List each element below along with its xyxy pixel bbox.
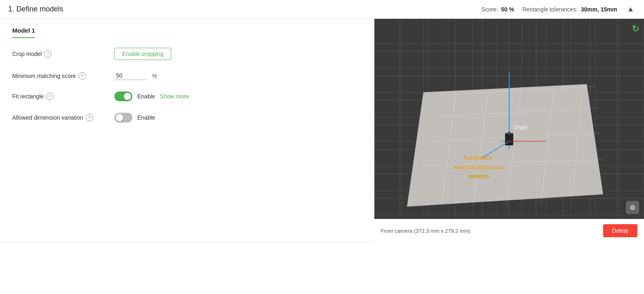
left-panel: Model 1 Crop model ? Enable cropping Min… [0,19,374,242]
score-value: 50 % [501,6,514,13]
header-right: Score: 50 % Rectangle tolerances: 30mm, … [481,5,636,13]
svg-text:Origin: Origin [513,124,528,130]
dimension-variation-enable-label: Enable [137,114,155,121]
fit-rectangle-slider [114,91,132,101]
camera-info: From camera (372.3 mm x 279.2 mm) [381,228,470,234]
crop-model-label: Crop model ? [12,50,102,58]
dimension-variation-row: Allowed dimension variation ? Enable [12,113,362,122]
fit-rectangle-help-icon[interactable]: ? [46,93,54,100]
viewer-footer: From camera (372.3 mm x 279.2 mm) Delete [374,219,644,242]
svg-rect-35 [505,133,513,145]
model-title: Model 1 [12,27,35,38]
crop-model-control: Enable cropping [114,48,171,60]
score-input[interactable] [114,71,147,80]
delete-button[interactable]: Delete [603,224,637,237]
dimension-variation-slider [114,113,132,122]
crop-model-row: Crop model ? Enable cropping [12,48,362,60]
content-area: Model 1 Crop model ? Enable cropping Min… [0,19,644,242]
svg-point-36 [508,131,511,135]
refresh-button[interactable]: ↻ [632,24,639,34]
fit-rectangle-row: Fit rectangle ? Enable Show more [12,91,362,101]
dimension-variation-control: Enable [114,113,155,122]
rect-tolerances-value: 30mm, 15mm [581,6,617,13]
model-section: Model 1 Crop model ? Enable cropping Min… [12,27,362,122]
settings-icon: ⚙ [630,204,635,212]
dimension-variation-label: Allowed dimension variation ? [12,114,102,121]
percent-label: % [152,73,157,79]
dimension-variation-help-icon[interactable]: ? [86,114,93,121]
viewer-grid: FLASDIDOS BOITE DE BOUTEILLES 3852901T5 … [374,19,644,219]
svg-text:BOITE DE BOUTEILLES: BOITE DE BOUTEILLES [454,165,505,170]
fit-rectangle-control: Enable Show more [114,91,189,101]
min-score-row: Minimum matching score ? % [12,71,362,80]
min-score-control: % [114,71,157,80]
min-score-help-icon[interactable]: ? [78,72,86,80]
crop-model-help-icon[interactable]: ? [44,50,51,58]
collapse-button[interactable]: ▲ [625,5,636,13]
svg-marker-20 [407,84,603,207]
enable-cropping-button[interactable]: Enable cropping [114,48,171,60]
rect-tolerances-label: Rectangle tolerances: 30mm, 15mm [522,6,617,13]
viewer-container: FLASDIDOS BOITE DE BOUTEILLES 3852901T5 … [374,19,644,219]
min-score-label: Minimum matching score ? [12,72,102,80]
show-more-link[interactable]: Show more [160,93,189,100]
svg-text:FLASDIDOS: FLASDIDOS [463,155,492,161]
dimension-variation-toggle[interactable] [114,113,132,122]
score-label: Score: 50 % [481,6,514,13]
fit-rectangle-toggle[interactable] [114,91,132,101]
fit-rectangle-enable-label: Enable [137,93,155,100]
page-header: 1. Define models Score: 50 % Rectangle t… [0,0,644,19]
page-title: 1. Define models [8,5,63,13]
fit-rectangle-label: Fit rectangle ? [12,93,102,100]
right-panel: FLASDIDOS BOITE DE BOUTEILLES 3852901T5 … [374,19,644,242]
settings-button[interactable]: ⚙ [626,201,639,214]
svg-text:3852901T5: 3852901T5 [468,174,489,179]
